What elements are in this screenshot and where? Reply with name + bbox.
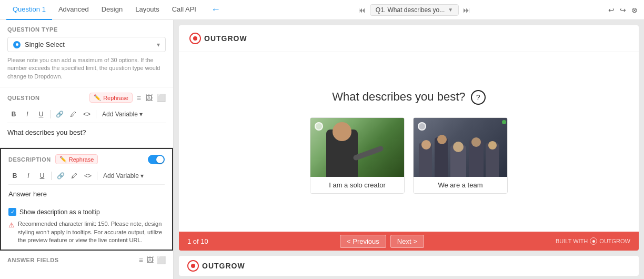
rephrase-button[interactable]: ✏️ Rephrase: [89, 93, 133, 103]
tab-callapi[interactable]: Call API: [166, 0, 203, 20]
show-tooltip-row[interactable]: ✓ Show description as a tooltip: [8, 208, 165, 216]
built-with: BUILT WITH OUTGROW: [556, 237, 630, 245]
desc-toolbar-sep-1: [51, 172, 52, 180]
toggle-knob: [156, 156, 164, 163]
desc-rephrase-button[interactable]: ✏️ Rephrase: [55, 154, 98, 164]
back-icon[interactable]: ←: [211, 4, 220, 15]
logo-circle-icon: [189, 33, 201, 44]
question-type-section: QUESTION TYPE Single Select ▾ Please not…: [0, 20, 173, 87]
tab-layouts[interactable]: Layouts: [129, 0, 166, 20]
question-header-right: ✏️ Rephrase ≡ 🖼 ⬜: [89, 93, 166, 103]
person2-head: [437, 135, 447, 144]
person5-head: [488, 141, 497, 150]
image-icon[interactable]: 🖼: [145, 94, 153, 102]
question-type-label: QUESTION TYPE: [7, 26, 166, 33]
skip-forward-icon[interactable]: ⏭: [463, 6, 470, 14]
previous-button[interactable]: < Previous: [340, 235, 386, 248]
desc-italic-button[interactable]: I: [22, 170, 35, 182]
desc-code-button[interactable]: <>: [82, 170, 94, 182]
answer-fields-label: ANSWER FIELDS: [7, 257, 59, 263]
question-type-name: Single Select: [25, 41, 65, 48]
underline-button[interactable]: U: [35, 108, 47, 121]
question-content[interactable]: What describes you best?: [7, 126, 166, 142]
answer-copy-icon[interactable]: ⬜: [157, 256, 166, 264]
warning-row: ⚠ Recommended character limit: 150. Plea…: [8, 220, 165, 244]
footer-preview: OUTGROW: [179, 256, 639, 276]
desc-add-variable-button[interactable]: Add Variable ▾: [100, 171, 147, 181]
desc-link-button[interactable]: 🔗: [54, 170, 67, 182]
outgrow-logo: OUTGROW: [189, 33, 628, 44]
desc-underline-button[interactable]: U: [36, 170, 48, 182]
description-content[interactable]: Answer here: [8, 188, 165, 204]
progress-text: 1 of 10: [187, 237, 208, 245]
built-with-inner: [592, 240, 595, 243]
desc-rephrase-label: Rephrase: [69, 156, 94, 163]
logo-text: OUTGROW: [204, 34, 247, 43]
show-tooltip-checkbox[interactable]: ✓: [8, 208, 16, 216]
skip-back-icon[interactable]: ⏮: [358, 6, 366, 14]
built-with-brand: OUTGROW: [599, 238, 630, 244]
tab-design[interactable]: Design: [95, 0, 129, 20]
list-icon[interactable]: ≡: [137, 94, 141, 102]
code-button[interactable]: <>: [80, 108, 93, 121]
description-section: DESCRIPTION ✏️ Rephrase B I U 🔗 🖊 <>: [0, 148, 173, 251]
copy-icon[interactable]: ⬜: [157, 94, 166, 102]
help-circle-icon[interactable]: ?: [471, 90, 486, 105]
stop-icon[interactable]: ⊗: [631, 6, 638, 14]
team-image-bg: [414, 118, 508, 177]
toolbar-sep-2: [96, 110, 96, 118]
card-radio-solo: [315, 122, 323, 131]
question-section-label: QUESTION: [7, 95, 39, 101]
preview-selector[interactable]: Q1. What describes yo... ▼: [370, 4, 459, 16]
question-type-selector[interactable]: Single Select ▾: [7, 37, 166, 52]
nav-tabs: Question 1 Advanced Design Layouts Call …: [6, 0, 203, 20]
question-type-hint: Please note you can add a maximum of 30 …: [7, 56, 166, 81]
color-button[interactable]: 🖊: [67, 108, 79, 121]
tab-question1[interactable]: Question 1: [6, 0, 52, 20]
footer-logo-circle: [187, 260, 199, 272]
right-panel: OUTGROW What describes you best? ?: [174, 20, 644, 279]
preview-question-title: What describes you best? ?: [332, 90, 485, 105]
radio-blue-icon: [13, 41, 21, 48]
redo-icon[interactable]: ↪: [620, 6, 626, 14]
answer-list-icon[interactable]: ≡: [139, 256, 143, 264]
answer-fields-header: ANSWER FIELDS ≡ 🖼 ⬜: [7, 256, 166, 264]
built-with-text: BUILT WITH: [556, 238, 588, 244]
undo-icon[interactable]: ↩: [608, 6, 615, 14]
person3-head: [453, 142, 464, 152]
answer-card-team[interactable]: We are a team: [413, 117, 508, 194]
desc-bold-button[interactable]: B: [8, 170, 21, 182]
desc-color-button[interactable]: 🖊: [68, 170, 80, 182]
show-tooltip-label: Show description as a tooltip: [19, 208, 100, 216]
desc-header-left: DESCRIPTION ✏️ Rephrase: [8, 154, 98, 164]
answer-image-icon[interactable]: 🖼: [146, 256, 154, 264]
nav-buttons: < Previous Next >: [340, 235, 424, 248]
solo-head: [333, 122, 351, 141]
answer-card-solo[interactable]: I am a solo creator: [310, 117, 405, 194]
question-type-dropdown-icon[interactable]: ▾: [157, 41, 160, 48]
description-label: DESCRIPTION: [8, 156, 51, 163]
person4-head: [471, 137, 481, 147]
add-variable-button[interactable]: Add Variable ▾: [99, 109, 146, 119]
rephrase-label: Rephrase: [103, 95, 128, 101]
desc-toolbar-sep-2: [97, 172, 97, 180]
description-toggle[interactable]: [148, 155, 165, 164]
main-layout: QUESTION TYPE Single Select ▾ Please not…: [0, 20, 644, 279]
desc-add-variable-label: Add Variable: [103, 172, 139, 180]
checkmark-icon: ✓: [11, 209, 15, 215]
italic-button[interactable]: I: [21, 108, 34, 121]
link-button[interactable]: 🔗: [53, 108, 66, 121]
preview-bar: ⏮ Q1. What describes yo... ▼ ⏭: [229, 4, 600, 16]
question-section: QUESTION ✏️ Rephrase ≡ 🖼 ⬜ B I U 🔗 🖊: [0, 87, 173, 148]
answer-fields-icons: ≡ 🖼 ⬜: [139, 256, 166, 264]
card-image-solo: [310, 118, 404, 177]
tab-advanced[interactable]: Advanced: [52, 0, 95, 20]
preview-area: OUTGROW What describes you best? ?: [179, 25, 639, 251]
question-toolbar: B I U 🔗 🖊 <> Add Variable ▾: [7, 106, 166, 123]
footer-logo-inner: [191, 264, 195, 268]
preview-inner: OUTGROW What describes you best? ?: [179, 25, 639, 232]
next-button[interactable]: Next >: [390, 235, 424, 248]
preview-content: What describes you best? ?: [179, 52, 639, 232]
bold-button[interactable]: B: [7, 108, 20, 121]
card-label-solo: I am a solo creator: [310, 177, 404, 193]
